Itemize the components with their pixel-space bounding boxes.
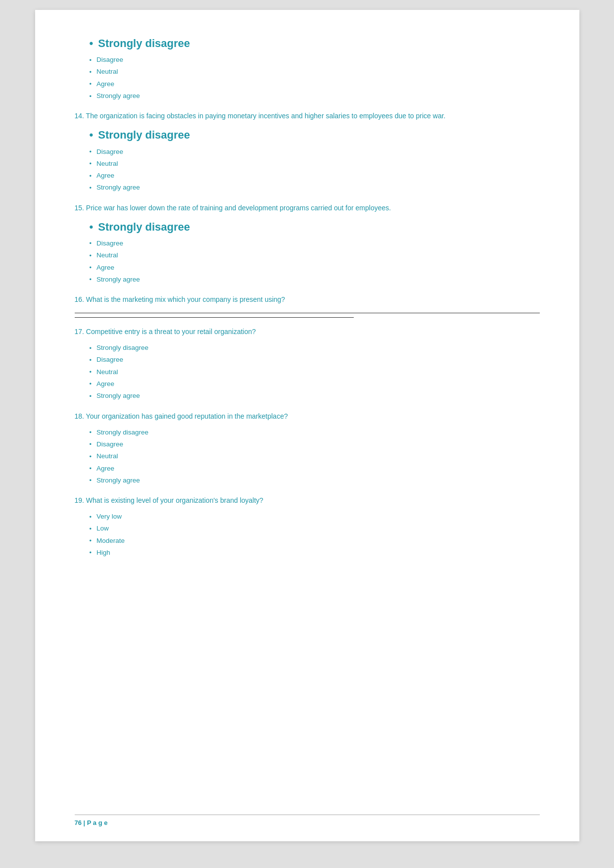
q15-option-strongly-agree[interactable]: Strongly agree: [90, 274, 540, 286]
page: Strongly disagree Disagree Neutral Agree…: [35, 10, 579, 841]
q13-option-neutral[interactable]: Neutral: [90, 66, 540, 78]
q13-option-agree[interactable]: Agree: [90, 78, 540, 90]
q17-option-neutral[interactable]: Neutral: [90, 366, 540, 378]
q15-option-neutral[interactable]: Neutral: [90, 249, 540, 261]
q18-option-strongly-agree[interactable]: Strongly agree: [90, 475, 540, 486]
q14-option-disagree[interactable]: Disagree: [90, 146, 540, 158]
q18-text: 18. Your organization has gained good re…: [75, 411, 540, 422]
q16-input-line2: [75, 317, 354, 318]
q14-option-agree[interactable]: Agree: [90, 170, 540, 182]
q18-option-strongly-disagree[interactable]: Strongly disagree: [90, 427, 540, 438]
page-number: 76 | P a g e: [75, 819, 108, 826]
q19-option-low[interactable]: Low: [90, 523, 540, 534]
q19-options-list: Very low Low Moderate High: [90, 511, 540, 559]
q15-option-strongly-disagree[interactable]: Strongly disagree: [90, 218, 540, 236]
q17-option-disagree[interactable]: Disagree: [90, 354, 540, 366]
q14-options-list: Strongly disagree Disagree Neutral Agree…: [90, 126, 540, 193]
q16-input-line1: [75, 313, 540, 313]
q15-option-disagree[interactable]: Disagree: [90, 238, 540, 249]
q17-option-strongly-agree[interactable]: Strongly agree: [90, 390, 540, 402]
q16-text: 16. What is the marketing mix which your…: [75, 294, 540, 305]
q19-option-moderate[interactable]: Moderate: [90, 535, 540, 547]
page-footer: 76 | P a g e: [75, 815, 540, 826]
q15-option-agree[interactable]: Agree: [90, 262, 540, 274]
q13-option-strongly-agree[interactable]: Strongly agree: [90, 90, 540, 102]
q18-option-neutral[interactable]: Neutral: [90, 450, 540, 462]
q14-option-strongly-disagree[interactable]: Strongly disagree: [90, 126, 540, 144]
q19-option-high[interactable]: High: [90, 547, 540, 559]
q14-option-neutral[interactable]: Neutral: [90, 158, 540, 170]
q14-text: 14. The organization is facing obstacles…: [75, 111, 540, 121]
q13-option-strongly-disagree[interactable]: Strongly disagree: [90, 35, 540, 52]
q17-option-agree[interactable]: Agree: [90, 378, 540, 390]
q18-option-agree[interactable]: Agree: [90, 463, 540, 475]
q14-option-strongly-agree[interactable]: Strongly agree: [90, 182, 540, 193]
q13-option-disagree[interactable]: Disagree: [90, 54, 540, 66]
q16-input-area: [75, 313, 540, 318]
q13-options-list: Strongly disagree Disagree Neutral Agree…: [90, 35, 540, 102]
q17-options-list: Strongly disagree Disagree Neutral Agree…: [90, 342, 540, 402]
q18-options-list: Strongly disagree Disagree Neutral Agree…: [90, 427, 540, 486]
q17-option-strongly-disagree[interactable]: Strongly disagree: [90, 342, 540, 354]
q18-option-disagree[interactable]: Disagree: [90, 438, 540, 450]
q19-text: 19. What is existing level of your organ…: [75, 495, 540, 506]
q15-text: 15. Price war has lower down the rate of…: [75, 203, 540, 213]
q15-options-list: Strongly disagree Disagree Neutral Agree…: [90, 218, 540, 286]
q19-option-very-low[interactable]: Very low: [90, 511, 540, 523]
q17-text: 17. Competitive entry is a threat to you…: [75, 327, 540, 337]
